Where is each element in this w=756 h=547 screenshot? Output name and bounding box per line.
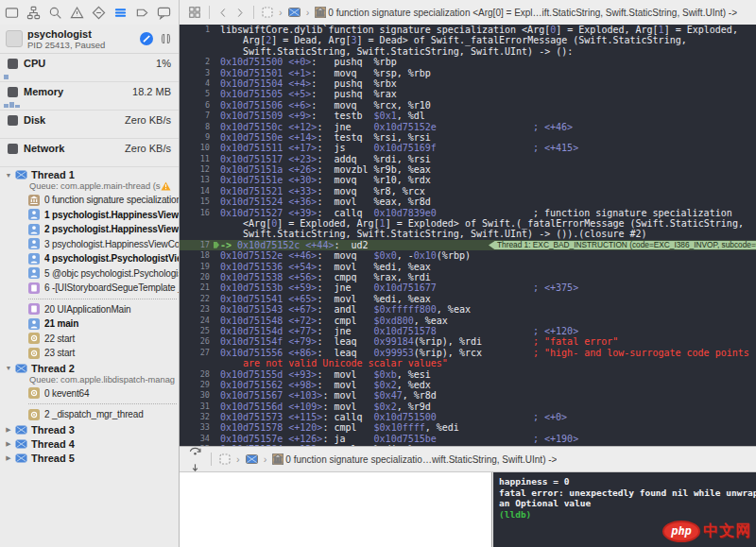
stack-frame-row[interactable]: 22 start [0,332,179,347]
step-over-icon[interactable] [184,446,205,459]
stack-frame-row[interactable]: 20 UIApplicationMain [0,302,179,317]
asm-line[interactable]: 20x10d751500 <+0>: pushq %rbp [180,57,756,67]
asm-line[interactable]: 1libswiftCore.dylib`function signature s… [180,25,756,35]
asm-line[interactable]: are not valid Unicode scalar values" [180,358,756,368]
stack-frame-row[interactable]: 2 _dispatch_mgr_thread [0,407,179,422]
navigator-reports-icon[interactable] [154,4,173,21]
line-number[interactable]: 21 [180,282,210,293]
asm-line[interactable]: 240x10d751548 <+72>: cmpl $0xd800, %eax [180,316,756,326]
navigator-search-icon[interactable] [45,4,64,21]
asm-line[interactable]: 100x10d751511 <+17>: js 0x10d75169f; <+4… [180,143,756,153]
thread-row[interactable]: ▶Thread 3 [0,422,179,436]
stack-frame-row[interactable]: 0 function signature specialization… [0,193,179,208]
navigator-project-icon[interactable] [2,4,21,21]
line-number[interactable]: 32 [180,412,210,422]
asm-line[interactable]: 310x10d75156d <+109>: movl $0x2, %r9d [180,402,756,412]
line-number[interactable]: 18 [180,250,210,261]
asm-line[interactable]: 280x10d75155d <+93>: movl $0xb, %esi [180,369,756,380]
asm-line[interactable]: 300x10d751567 <+103>: movl $0x47, %r8d [180,390,756,401]
disclosure-triangle-icon[interactable]: ▼ [4,172,13,179]
gauge-row-memory[interactable]: Memory18.2 MB [0,82,179,111]
asm-line[interactable]: 250x10d75154d <+77>: jne 0x10d751578; <+… [180,326,756,336]
asm-line[interactable]: 270x10d751556 <+86>: leaq 0x99953(%rip),… [180,348,756,358]
stack-frame-row[interactable]: 0 kevent64 [0,386,179,402]
debug-console[interactable]: happiness = 0fatal error: unexpectedly f… [493,472,756,547]
gauge-row-cpu[interactable]: CPU1% [0,54,179,82]
line-number[interactable]: 5 [180,89,210,99]
asm-line[interactable]: 160x10d751527 <+39>: callq 0x10d7839e0; … [180,208,756,218]
asm-line[interactable]: Swift.StaticString, Swift.StaticString, … [180,229,756,239]
disclosure-triangle-icon[interactable]: ▶ [4,454,13,462]
back-icon[interactable] [217,7,230,19]
stack-frame-row[interactable]: 4 psychologist.PsychologistViewC… [0,251,179,266]
stack-frame-row[interactable]: 21 main [0,316,179,332]
navigator-breakpoints-icon[interactable] [132,4,151,21]
line-number[interactable]: 9 [180,132,210,143]
debug-bar-frame-label[interactable]: 0 function signature specializatio…wift.… [285,454,557,465]
asm-line[interactable]: 330x10d751578 <+120>: cmpl $0x10ffff, %e… [180,422,756,433]
asm-line[interactable]: 180x10d75152e <+46>: movq $0x0, -0x10(%r… [180,250,756,261]
line-number[interactable]: 14 [180,186,210,197]
line-number[interactable]: 15 [180,197,210,207]
thread-breadcrumb-icon[interactable] [288,7,301,18]
line-number[interactable]: 3 [180,68,210,78]
thread-row[interactable]: ▶Thread 4 [0,436,179,451]
stack-frame-row[interactable]: 23 start [0,346,179,361]
navigator-symbols-icon[interactable] [24,4,43,21]
stack-frame-row[interactable]: 3 psychologist.HappinessViewCon… [0,237,179,252]
line-number[interactable]: 11 [180,154,210,164]
pause-indicator-icon[interactable] [139,31,154,46]
line-number[interactable]: 31 [180,402,210,412]
line-number[interactable]: 26 [180,336,210,347]
asm-line[interactable]: 190x10d751536 <+54>: movl %edi, %eax [180,262,756,272]
thread-row[interactable]: ▼Thread 1Queue: com.apple.main-thread (s… [0,167,179,193]
app-breadcrumb-icon[interactable] [262,7,273,18]
line-number[interactable]: 19 [180,262,210,272]
line-number[interactable]: 34 [180,434,210,444]
line-number[interactable]: 12 [180,164,210,175]
stack-frame-row[interactable]: 6 -[UIStoryboardSegueTemplate _… [0,281,179,296]
line-number[interactable]: 25 [180,326,210,336]
asm-line[interactable]: 220x10d751541 <+65>: movl %edi, %eax [180,294,756,304]
asm-line[interactable]: 60x10d751506 <+6>: movq %rcx, %r10 [180,100,756,111]
asm-line[interactable]: 210x10d75153b <+59>: jne 0x10d751677; <+… [180,282,756,293]
line-number[interactable]: 22 [180,294,210,304]
asm-line[interactable]: 260x10d75154f <+79>: leaq 0x99184(%rip),… [180,336,756,347]
thread-breadcrumb-icon[interactable] [246,453,258,465]
asm-line[interactable]: 80x10d75150c <+12>: jne 0x10d75152e; <+4… [180,122,756,132]
asm-line[interactable]: 90x10d75150e <+14>: testq %rsi, %rsi [180,132,756,143]
navigator-debug-icon[interactable] [111,4,129,21]
line-number[interactable]: 33 [180,422,210,433]
memory-gauge-icon[interactable] [159,32,173,45]
stack-frame-row[interactable]: 2 psychologist.HappinessViewCon… [0,222,179,237]
asm-line[interactable]: <Arg[0] = Exploded, Arg[1] = Exploded> o… [180,218,756,229]
line-number[interactable]: 10 [180,143,210,153]
asm-line[interactable]: 70x10d751509 <+9>: testb $0x1, %dl [180,111,756,121]
thread-row[interactable]: ▼Thread 2Queue: com.apple.libdispatch-ma… [0,361,179,386]
asm-line[interactable]: Arg[2] = Dead, Arg[3] = Dead> of Swift._… [180,35,756,45]
asm-line[interactable]: 320x10d751573 <+115>: callq 0x10d751500;… [180,412,756,422]
line-number[interactable]: 4 [180,78,210,89]
frame-breadcrumb-icon[interactable] [272,453,284,465]
line-number[interactable]: 13 [180,175,210,185]
asm-line[interactable]: 17-> 0x10d75152c <+44>: ud2Thread 1: EXC… [180,240,756,250]
line-number[interactable]: 27 [180,348,210,358]
asm-line[interactable]: 140x10d751521 <+33>: movq %r8, %rcx [180,186,756,197]
frame-breadcrumb-icon[interactable] [315,7,326,18]
asm-line[interactable]: 120x10d75151a <+26>: movzbl %r9b, %eax [180,164,756,175]
app-breadcrumb-icon[interactable] [219,453,231,465]
disclosure-triangle-icon[interactable]: ▶ [4,426,13,434]
navigator-tests-icon[interactable] [89,4,108,21]
gauge-row-disk[interactable]: DiskZero KB/s [0,111,179,139]
asm-line[interactable]: 110x10d751517 <+23>: addq %rdi, %rsi [180,154,756,164]
disclosure-triangle-icon[interactable]: ▼ [4,365,13,371]
thread-row[interactable]: ▶Thread 5 [0,451,179,465]
asm-line[interactable]: 40x10d751504 <+4>: pushq %rbx [180,78,756,89]
asm-line[interactable]: 30x10d751501 <+1>: movq %rsp, %rbp [180,68,756,78]
variables-view[interactable] [180,472,492,547]
line-number[interactable]: 30 [180,390,210,401]
disassembly-editor[interactable]: 1libswiftCore.dylib`function signature s… [180,25,756,446]
line-number[interactable]: 28 [180,369,210,380]
asm-line[interactable]: 200x10d751538 <+56>: cmpq %rax, %rdi [180,272,756,282]
step-into-icon[interactable] [184,459,205,472]
